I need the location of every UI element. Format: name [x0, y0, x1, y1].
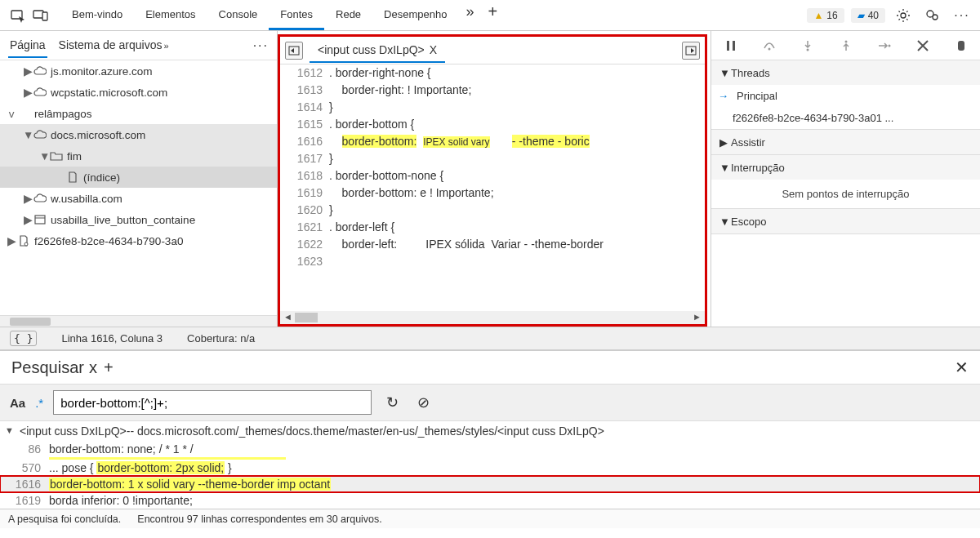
- deactivate-breakpoints-icon[interactable]: [913, 36, 933, 56]
- search-controls: Aa .* ↻ ⊘: [0, 384, 980, 421]
- result-file-header[interactable]: <input cuss DxILpQ>-- docs.microsoft.com…: [0, 421, 980, 441]
- cloud-icon: [33, 66, 47, 76]
- navigator-more-icon[interactable]: ···: [253, 38, 269, 53]
- debugger-toolbar: [711, 31, 980, 60]
- editor-scrollbar[interactable]: ◄ ►: [280, 311, 705, 324]
- tab-page[interactable]: Página: [8, 33, 47, 58]
- svg-rect-2: [42, 12, 47, 20]
- tree-item[interactable]: ▶w.usabilla.com: [0, 188, 277, 209]
- close-panel-icon[interactable]: ✕: [955, 358, 969, 377]
- search-close-tab[interactable]: x: [89, 358, 97, 377]
- search-header: Pesquisar x + ✕: [0, 351, 980, 384]
- scope-header[interactable]: ▼Escopo: [711, 209, 980, 233]
- scroll-right-icon[interactable]: ►: [693, 312, 702, 322]
- tab-welcome[interactable]: Bem-vindo: [60, 0, 134, 30]
- search-result-line[interactable]: 1619borda inferior: 0 !importante;: [0, 492, 980, 509]
- result-text: border-bottom: 1 x solid vary --theme-bo…: [49, 478, 980, 491]
- breakpoints-header[interactable]: ▼Interrupção: [711, 155, 980, 180]
- pause-exceptions-icon[interactable]: [951, 36, 971, 56]
- tab-console[interactable]: Console: [207, 0, 270, 30]
- tree-item[interactable]: (índice): [0, 167, 277, 188]
- tab-network[interactable]: Rede: [324, 0, 372, 30]
- tree-scrollbar[interactable]: [0, 315, 277, 327]
- nav-forward-icon[interactable]: [682, 42, 700, 60]
- search-result-line[interactable]: 86border-bottom: none; / * 1 * /: [0, 441, 980, 457]
- svg-point-13: [768, 47, 770, 50]
- clear-icon[interactable]: ⊘: [412, 392, 434, 413]
- search-input[interactable]: [53, 390, 372, 415]
- pause-icon[interactable]: [721, 36, 741, 56]
- file-tree[interactable]: ▶js.monitor.azure.com▶wcpstatic.microsof…: [0, 60, 277, 315]
- settings-icon[interactable]: [892, 4, 915, 27]
- step-over-icon[interactable]: [760, 36, 779, 56]
- script-icon: [16, 235, 31, 247]
- pretty-print-button[interactable]: { }: [10, 331, 37, 346]
- tree-item[interactable]: ▶f2626fe8-b2ce-4634-b790-3a0: [0, 230, 277, 251]
- tree-arrow-icon: ▼: [23, 129, 33, 141]
- more-tabs-icon[interactable]: »: [458, 0, 481, 23]
- step-out-icon[interactable]: [836, 36, 856, 56]
- tab-performance[interactable]: Desempenho: [372, 0, 458, 30]
- tree-item[interactable]: ▼fim: [0, 145, 277, 167]
- editor-tab[interactable]: <input cuss DxILpQ> X: [310, 38, 445, 63]
- tab-elements[interactable]: Elementos: [134, 0, 207, 30]
- search-add-icon[interactable]: +: [104, 358, 114, 377]
- cloud-icon: [33, 87, 47, 97]
- tree-label: wcpstatic.microsoft.com: [51, 87, 167, 99]
- info-badge[interactable]: ▰40: [851, 8, 885, 23]
- tree-item[interactable]: ▼docs.microsoft.com: [0, 124, 277, 145]
- tree-label: relâmpagos: [34, 108, 92, 120]
- device-toggle-icon[interactable]: [29, 4, 52, 27]
- code-lines[interactable]: . border-right-none { border-right: ! Im…: [329, 64, 705, 311]
- regex-button[interactable]: .*: [35, 396, 43, 410]
- scrollbar-thumb[interactable]: [10, 318, 51, 326]
- threads-header[interactable]: ▼Threads: [711, 60, 980, 85]
- close-tab-icon[interactable]: X: [430, 43, 437, 56]
- tree-item[interactable]: ▶usabilla_live_button_containe: [0, 209, 277, 230]
- add-tab-icon[interactable]: +: [481, 0, 504, 23]
- match-case-button[interactable]: Aa: [10, 396, 25, 410]
- warnings-badge[interactable]: ▲16: [807, 8, 844, 23]
- tree-item[interactable]: ▶wcpstatic.microsoft.com: [0, 82, 277, 103]
- scroll-left-icon[interactable]: ◄: [283, 312, 292, 322]
- info-count: 40: [868, 10, 879, 21]
- scrollbar-thumb[interactable]: [295, 313, 318, 322]
- result-line-number: 1616: [10, 478, 49, 491]
- svg-point-5: [933, 15, 938, 20]
- top-toolbar: Bem-vindo Elementos Console Fontes Rede …: [0, 0, 980, 31]
- tree-arrow-icon: ▶: [23, 86, 33, 99]
- code-body[interactable]: 1612161316141615161616171618161916201621…: [280, 64, 705, 311]
- tab-sources[interactable]: Fontes: [269, 0, 324, 30]
- section-label: Assistir: [731, 136, 765, 149]
- nav-back-icon[interactable]: [285, 42, 303, 60]
- tab-label: Fontes: [280, 8, 313, 20]
- more-menu-icon[interactable]: ···: [951, 4, 973, 27]
- search-result-line[interactable]: 570... pose { border-bottom: 2px solid; …: [0, 460, 980, 476]
- result-text: borda inferior: 0 !importante;: [49, 494, 980, 507]
- result-text: border-bottom: none; / * 1 * /: [49, 442, 980, 456]
- inspect-icon[interactable]: [7, 4, 29, 27]
- watch-header[interactable]: ▶Assistir: [711, 130, 980, 154]
- top-right-controls: ▲16 ▰40 ···: [807, 4, 973, 27]
- feedback-icon[interactable]: [921, 4, 944, 27]
- thread-worker[interactable]: f2626fe8-b2ce-4634-b790-3a01 ...: [711, 107, 980, 129]
- result-text: ... pose { border-bottom: 2px solid; }: [49, 461, 980, 474]
- thread-main[interactable]: Principal: [711, 85, 980, 107]
- main-content: Página Sistema de arquivos» ··· ▶js.moni…: [0, 31, 980, 327]
- navigator-panel: Página Sistema de arquivos» ··· ▶js.moni…: [0, 31, 278, 327]
- svg-rect-17: [958, 41, 964, 51]
- step-icon[interactable]: [875, 36, 894, 56]
- main-tabs: Bem-vindo Elementos Console Fontes Rede …: [60, 0, 504, 30]
- result-line-number: 86: [10, 442, 49, 456]
- refresh-icon[interactable]: ↻: [381, 392, 403, 413]
- warning-icon: ▲: [813, 10, 823, 21]
- search-result-line[interactable]: 1616border-bottom: 1 x solid vary --them…: [0, 476, 980, 492]
- svg-point-3: [901, 13, 906, 18]
- step-into-icon[interactable]: [798, 36, 817, 56]
- scope-section: ▼Escopo: [711, 209, 980, 234]
- tab-label: Sistema de arquivos: [59, 38, 163, 51]
- tree-item[interactable]: vrelâmpagos: [0, 103, 277, 124]
- tab-filesystem[interactable]: Sistema de arquivos»: [57, 33, 171, 58]
- breakpoints-section: ▼Interrupção Sem pontos de interrupção: [711, 155, 980, 209]
- tree-item[interactable]: ▶js.monitor.azure.com: [0, 60, 277, 82]
